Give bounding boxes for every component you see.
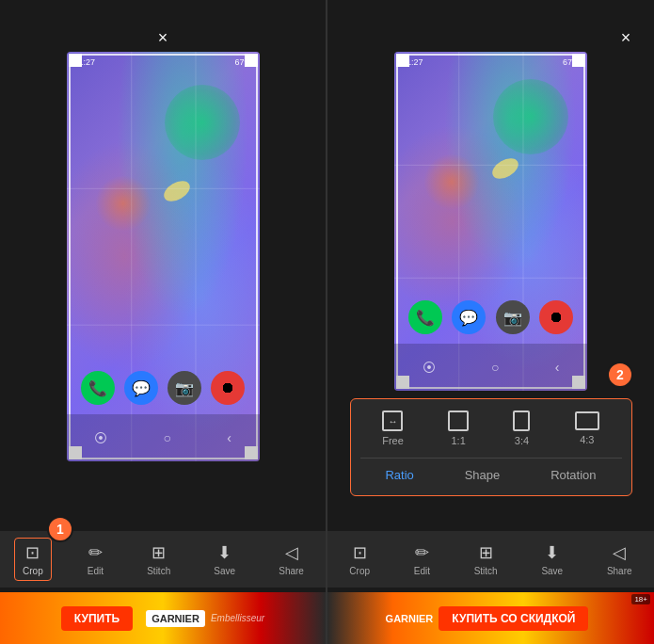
- recorder-app-icon-right: ⏺: [539, 300, 573, 334]
- messages-app-icon: 💬: [124, 371, 158, 405]
- edit-label-left: Edit: [88, 566, 104, 576]
- phone-screen-left: 11:27 67% 📞 💬 📷 ⏺: [67, 52, 260, 461]
- free-ratio-icon: [382, 411, 403, 431]
- status-time-right: 11:27: [402, 57, 423, 67]
- ad-buy-button-left[interactable]: КУПИТЬ: [61, 606, 133, 631]
- status-time-left: 11:27: [74, 57, 96, 67]
- green-blob-left: [165, 85, 240, 160]
- status-bar-right: 11:27 67%: [394, 52, 587, 72]
- ratio-3to4[interactable]: 3:4: [513, 411, 530, 446]
- status-battery-right: 67%: [563, 57, 580, 67]
- ad-buy-button-right[interactable]: КУПИТЬ СО СКИДКОЙ: [439, 606, 588, 631]
- toolbar-crop-right[interactable]: ⊡ Crop: [342, 539, 377, 580]
- main-container: × 11:27 67% 📞 💬: [0, 0, 654, 644]
- free-ratio-label: Free: [382, 435, 404, 446]
- status-bar-left: 11:27 67%: [67, 52, 260, 72]
- crop-label-left: Crop: [23, 566, 43, 576]
- badge-2: 2: [607, 362, 633, 388]
- save-icon-right: ⬇: [545, 542, 559, 563]
- age-badge: 18+: [631, 594, 650, 604]
- share-icon-left: ◁: [285, 542, 298, 563]
- edit-icon-left: ✏: [88, 542, 103, 563]
- ad-tagline-left: Embellisseur: [211, 613, 264, 623]
- nav-menu-icon-left: ⦿: [94, 430, 107, 445]
- save-label-left: Save: [214, 566, 235, 576]
- crop-options-panel: Free 1:1 3:4 4:3 Ratio Shape Ro: [350, 398, 632, 496]
- share-label-left: Share: [279, 566, 304, 576]
- camera-app-icon-right: 📷: [496, 300, 530, 334]
- toolbar-edit-left[interactable]: ✏ Edit: [80, 539, 111, 580]
- right-panel: × 11:27 67% 📞 💬: [327, 0, 654, 644]
- messages-app-icon-right: 💬: [452, 300, 486, 334]
- green-blob-right: [493, 79, 568, 154]
- toolbar-stitch-left[interactable]: ⊞ Stitch: [139, 539, 178, 580]
- yellow-blob-right: [488, 154, 521, 184]
- camera-app-icon: 📷: [167, 371, 201, 405]
- tab-rotation[interactable]: Rotation: [545, 466, 601, 484]
- phone-app-icon: 📞: [81, 371, 115, 405]
- toolbar-left: ⊡ Crop ✏ Edit ⊞ Stitch ⬇ Save ◁ Share: [0, 531, 326, 588]
- toolbar-share-left[interactable]: ◁ Share: [271, 539, 311, 580]
- garnier-logo-right: GARNIER: [386, 613, 434, 624]
- ratio-4to3[interactable]: 4:3: [575, 411, 599, 445]
- ad-banner-left: КУПИТЬ GARNIER Embellisseur: [0, 592, 326, 644]
- 4to3-ratio-icon: [575, 411, 599, 430]
- crop-icon-right: ⊡: [353, 542, 367, 563]
- ad-banner-right: 18+ GARNIER КУПИТЬ СО СКИДКОЙ: [327, 592, 654, 644]
- badge-1: 1: [47, 516, 73, 542]
- 3to4-ratio-label: 3:4: [515, 435, 529, 446]
- nav-menu-icon-right: ⦿: [423, 360, 436, 375]
- toolbar-stitch-right[interactable]: ⊞ Stitch: [467, 539, 505, 580]
- phone-nav-bar-right: ⦿ ○ ‹: [394, 344, 587, 391]
- close-button-right[interactable]: ×: [614, 26, 637, 49]
- nav-home-icon-right: ○: [491, 360, 499, 375]
- crop-icon-left: ⊡: [25, 542, 40, 563]
- home-apps-right: 📞 💬 📷 ⏺: [394, 300, 587, 334]
- left-panel: × 11:27 67% 📞 💬: [0, 0, 326, 644]
- orange-glow-left: [95, 175, 152, 232]
- toolbar-save-left[interactable]: ⬇ Save: [206, 539, 243, 580]
- share-label-right: Share: [607, 566, 632, 576]
- status-battery-left: 67%: [234, 57, 251, 67]
- nav-back-icon-right: ‹: [555, 360, 560, 375]
- edit-icon-right: ✏: [415, 542, 429, 563]
- edit-label-right: Edit: [414, 566, 430, 576]
- ratio-1to1[interactable]: 1:1: [448, 411, 469, 446]
- share-icon-right: ◁: [613, 542, 626, 563]
- tab-ratio[interactable]: Ratio: [379, 466, 419, 484]
- nav-back-icon-left: ‹: [227, 430, 231, 445]
- toolbar-edit-right[interactable]: ✏ Edit: [407, 539, 438, 580]
- tab-shape[interactable]: Shape: [459, 466, 506, 484]
- toolbar-right: ⊡ Crop ✏ Edit ⊞ Stitch ⬇ Save ◁ Share: [327, 531, 654, 588]
- phone-nav-bar-left: ⦿ ○ ‹: [67, 414, 260, 461]
- close-button-left[interactable]: ×: [152, 26, 174, 49]
- crop-label-right: Crop: [349, 566, 370, 576]
- toolbar-save-right[interactable]: ⬇ Save: [534, 539, 570, 580]
- garnier-logo-left: GARNIER: [146, 610, 205, 627]
- phone-app-icon-right: 📞: [408, 300, 442, 334]
- phone-screen-right: 11:27 67% 📞 💬 📷 ⏺: [394, 52, 587, 391]
- 3to4-ratio-icon: [513, 411, 530, 431]
- orange-glow-right: [423, 153, 480, 210]
- save-icon-left: ⬇: [217, 542, 231, 563]
- save-label-right: Save: [541, 566, 563, 576]
- toolbar-share-right[interactable]: ◁ Share: [599, 539, 640, 580]
- 4to3-ratio-label: 4:3: [580, 434, 594, 445]
- stitch-label-left: Stitch: [147, 566, 170, 576]
- stitch-label-right: Stitch: [474, 566, 498, 576]
- 1to1-ratio-label: 1:1: [451, 435, 465, 446]
- crop-ratio-row: Free 1:1 3:4 4:3: [360, 411, 622, 446]
- stitch-icon-left: ⊞: [152, 542, 166, 563]
- crop-tab-row: Ratio Shape Rotation: [360, 458, 622, 484]
- nav-home-icon-left: ○: [163, 430, 170, 445]
- toolbar-crop-left[interactable]: ⊡ Crop: [14, 538, 52, 581]
- yellow-blob-left: [161, 177, 194, 206]
- recorder-app-icon: ⏺: [211, 371, 245, 405]
- home-apps-left: 📞 💬 📷 ⏺: [67, 371, 260, 405]
- 1to1-ratio-icon: [448, 411, 469, 431]
- stitch-icon-right: ⊞: [479, 542, 493, 563]
- ratio-free[interactable]: Free: [382, 411, 404, 446]
